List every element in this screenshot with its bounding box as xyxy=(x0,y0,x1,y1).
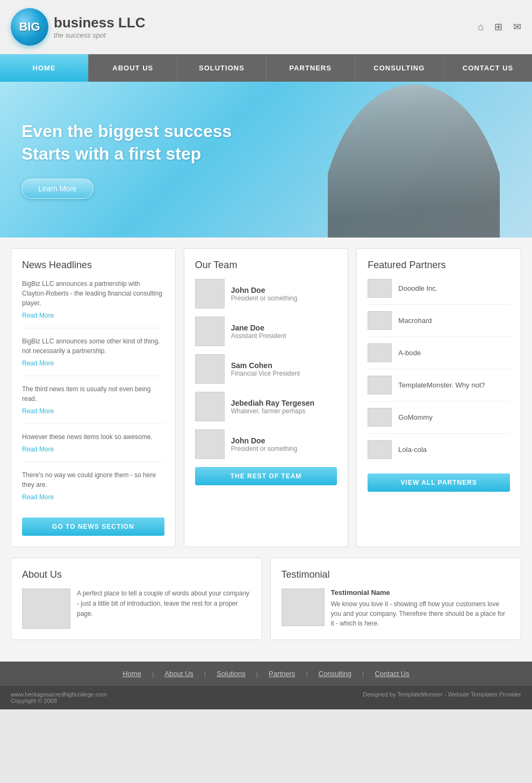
news-link-1[interactable]: Read More xyxy=(22,312,54,319)
testimonial-card: Testimonial Testimonial Name We know you… xyxy=(270,558,522,640)
footer-sep-3: | xyxy=(256,670,258,678)
hero-line1: Even the biggest success xyxy=(21,121,232,141)
news-text-3: The third news item is usually not even … xyxy=(22,384,164,404)
news-title: News Headlines xyxy=(22,260,164,271)
site-footer: Home | About Us | Solutions | Partners |… xyxy=(0,662,532,686)
news-item-1: BigBiz LLC announces a partnership with … xyxy=(22,279,164,328)
two-col-section: About Us A perfect place to tell a coupl… xyxy=(11,558,521,640)
partner-5: GoMommy xyxy=(368,408,510,434)
news-section-button[interactable]: GO TO NEWS SECTION xyxy=(22,518,164,536)
team-photo-5 xyxy=(195,429,225,459)
company-name: business LLC xyxy=(54,15,145,31)
team-role-4: Whatever, farmer perhaps xyxy=(231,407,314,415)
partner-logo-3 xyxy=(368,343,392,362)
testimonial-name: Testimonial Name xyxy=(331,588,511,597)
nav-consulting[interactable]: CONSULTING xyxy=(355,54,444,82)
partner-name-1: Dooodle Inc. xyxy=(398,284,437,292)
nav-partners[interactable]: PARTNERS xyxy=(267,54,355,82)
partner-3: A-bode xyxy=(368,343,510,369)
partner-logo-6 xyxy=(368,440,392,459)
team-info-2: Jane Doe Assistant President xyxy=(231,324,286,340)
team-info-1: John Doe President or something xyxy=(231,286,297,302)
team-name-1: John Doe xyxy=(231,286,297,294)
hero-section: Even the biggest success Starts with a f… xyxy=(0,82,532,238)
grid-icon[interactable]: ⊞ xyxy=(494,21,502,33)
site-header: BIG business LLC the success spot ⌂ ⊞ ✉ xyxy=(0,0,532,54)
testimonial-image xyxy=(282,588,325,626)
partner-name-6: Lola-cola xyxy=(398,446,427,454)
nav-contact[interactable]: CONTACT US xyxy=(444,54,532,82)
team-role-5: President or something xyxy=(231,445,297,452)
footer-sep-5: | xyxy=(362,670,364,678)
footer-bottom: www.heritagesacredhighcollege.com Copyri… xyxy=(0,686,532,709)
team-role-2: Assistant President xyxy=(231,332,286,340)
team-name-4: Jebediah Ray Tergesen xyxy=(231,399,314,407)
testimonial-inner: Testimonial Name We know you love it - s… xyxy=(282,588,511,628)
team-photo-4 xyxy=(195,392,225,421)
partner-name-2: Macrohard xyxy=(398,317,432,325)
logo-area: BIG business LLC the success spot xyxy=(11,8,145,46)
logo-text: business LLC the success spot xyxy=(54,15,145,39)
footer-link-consulting[interactable]: Consulting xyxy=(319,670,351,678)
team-photo-3 xyxy=(195,354,225,384)
partners-all-button[interactable]: VIEW ALL PARTNERS xyxy=(368,473,510,492)
partner-logo-1 xyxy=(368,279,392,298)
footer-link-home[interactable]: Home xyxy=(123,670,141,678)
three-col-section: News Headlines BigBiz LLC announces a pa… xyxy=(11,248,521,547)
about-image xyxy=(22,588,70,629)
testimonial-content: Testimonial Name We know you love it - s… xyxy=(331,588,511,628)
team-title: Our Team xyxy=(195,260,337,271)
news-item-3: The third news item is usually not even … xyxy=(22,384,164,424)
team-info-3: Sam Cohen Financial Vice President xyxy=(231,361,300,377)
team-name-5: John Doe xyxy=(231,436,297,445)
partner-name-5: GoMommy xyxy=(398,413,433,421)
main-nav: HOME ABOUT US SOLUTIONS PARTNERS CONSULT… xyxy=(0,54,532,82)
partner-4: TemplateMonster. Why not? xyxy=(368,376,510,401)
footer-link-about[interactable]: About Us xyxy=(164,670,193,678)
learn-more-button[interactable]: Learn More xyxy=(21,178,94,199)
nav-home[interactable]: HOME xyxy=(0,54,89,82)
testimonial-title: Testimonial xyxy=(282,569,511,580)
nav-about[interactable]: ABOUT US xyxy=(89,54,177,82)
team-info-5: John Doe President or something xyxy=(231,436,297,452)
footer-url: www.heritagesacredhighcollege.com xyxy=(11,691,107,698)
footer-link-contact[interactable]: Contact Us xyxy=(375,670,409,678)
partner-name-4: TemplateMonster. Why not? xyxy=(398,381,485,389)
logo-circle: BIG xyxy=(11,8,48,46)
hero-line2: Starts with a first step xyxy=(21,144,201,163)
footer-sep-4: | xyxy=(306,670,307,678)
mail-icon[interactable]: ✉ xyxy=(513,21,521,33)
about-inner: A perfect place to tell a couple of word… xyxy=(22,588,251,629)
nav-solutions[interactable]: SOLUTIONS xyxy=(177,54,266,82)
about-card: About Us A perfect place to tell a coupl… xyxy=(11,558,262,640)
team-member-2: Jane Doe Assistant President xyxy=(195,317,337,346)
partner-logo-4 xyxy=(368,376,392,394)
about-title: About Us xyxy=(22,569,251,580)
news-link-2[interactable]: Read More xyxy=(22,360,54,367)
home-icon[interactable]: ⌂ xyxy=(478,21,484,33)
news-link-4[interactable]: Read More xyxy=(22,446,54,453)
about-text: A perfect place to tell a couple of word… xyxy=(77,588,251,629)
footer-copyright: www.heritagesacredhighcollege.com Copyri… xyxy=(11,691,107,704)
team-photo-2 xyxy=(195,317,225,346)
logo-big-text: BIG xyxy=(19,20,40,34)
partner-logo-2 xyxy=(368,311,392,330)
news-card: News Headlines BigBiz LLC announces a pa… xyxy=(11,248,176,547)
hero-text: Even the biggest success Starts with a f… xyxy=(0,99,253,220)
partner-2: Macrohard xyxy=(368,311,510,337)
team-card: Our Team John Doe President or something… xyxy=(184,248,349,547)
partners-title: Featured Partners xyxy=(368,260,510,271)
news-link-5[interactable]: Read More xyxy=(22,493,54,501)
team-name-3: Sam Cohen xyxy=(231,361,300,370)
team-member-3: Sam Cohen Financial Vice President xyxy=(195,354,337,384)
team-rest-button[interactable]: THE REST OF TEAM xyxy=(195,467,337,485)
header-icons: ⌂ ⊞ ✉ xyxy=(478,21,521,33)
partner-6: Lola-cola xyxy=(368,440,510,465)
testimonial-text: We know you love it - showing off how yo… xyxy=(331,599,511,628)
team-member-1: John Doe President or something xyxy=(195,279,337,308)
partners-card: Featured Partners Dooodle Inc. Macrohard… xyxy=(356,248,521,547)
footer-link-solutions[interactable]: Solutions xyxy=(217,670,245,678)
footer-link-partners[interactable]: Partners xyxy=(269,670,295,678)
team-photo-1 xyxy=(195,279,225,308)
news-link-3[interactable]: Read More xyxy=(22,407,54,415)
